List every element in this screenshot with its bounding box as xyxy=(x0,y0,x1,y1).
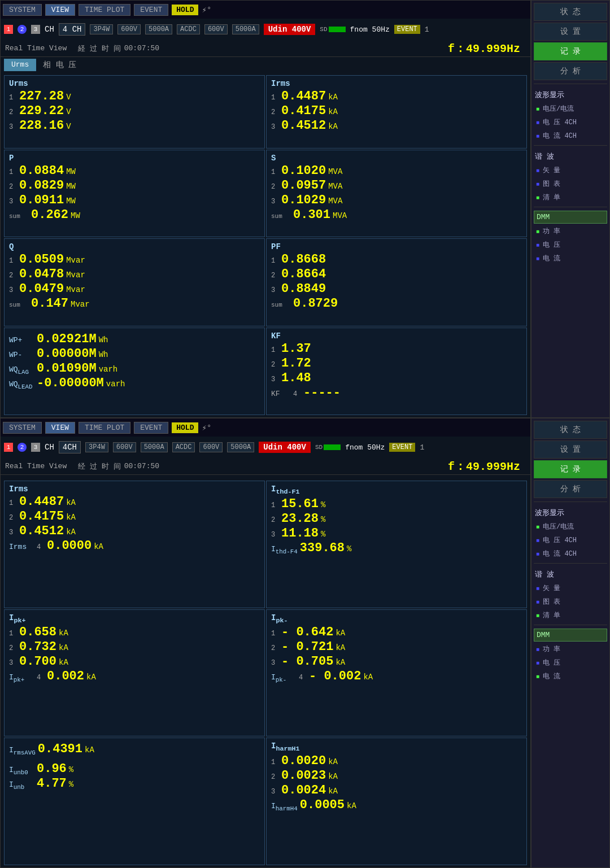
status-row: Real Time View 経 过 时 间 00:07:50 f：49.999… xyxy=(1,40,530,57)
kf-val-4: ----- xyxy=(303,386,341,400)
s-val-2: 0.0957 xyxy=(281,178,326,193)
wave-sub2-top[interactable]: 电 压 4CH xyxy=(534,116,607,128)
bottom-spec-600v-2: 600V xyxy=(199,442,223,452)
bottom-tab-system[interactable]: SYSTEM xyxy=(3,422,42,434)
bottom-dmm-title: DMM xyxy=(534,629,607,642)
bottom-wave-sub1[interactable]: 电压/电流 xyxy=(534,521,607,533)
ipkm-idx-4: 4 xyxy=(299,674,307,682)
iharm-label: IharmH1 xyxy=(271,741,522,753)
bottom-tab-timeplot[interactable]: TIME PLOT xyxy=(79,422,130,434)
bottom-ch2-badge: 2 xyxy=(18,443,27,452)
harmonic-sub1-top[interactable]: 矢 量 xyxy=(534,164,607,176)
q-label: Q xyxy=(9,242,260,251)
tab-timeplot[interactable]: TIME PLOT xyxy=(79,4,130,16)
tab-view[interactable]: VIEW xyxy=(45,4,75,16)
pf-row-3: 3 0.8849 xyxy=(271,282,522,296)
s-unit-sum: MVA xyxy=(333,211,347,220)
ithd-row-1: 1 15.61 % xyxy=(271,497,522,511)
ipkp-row-4: Ipk+ 4 0.002 kA xyxy=(9,669,260,683)
ipkp-row-2: 2 0.732 kA xyxy=(9,640,260,654)
dmm-sub3-top[interactable]: 电 流 xyxy=(534,252,607,264)
bottom-ch-label: CH xyxy=(45,443,54,452)
q-idx-3: 3 xyxy=(9,286,17,294)
sidebar-btn-status-top[interactable]: 状 态 xyxy=(534,3,607,21)
p-unit-1: MW xyxy=(66,167,76,176)
bottom-harmonic-sub1[interactable]: 矢 量 xyxy=(534,582,607,594)
sidebar-btn-settings-bottom[interactable]: 设 置 xyxy=(534,440,607,459)
event-badge: EVENT xyxy=(394,25,420,34)
iharm-row-2: 2 0.0023 kA xyxy=(271,769,522,783)
ipkm-unit-4: kA xyxy=(363,673,373,682)
bottom-irms-val-1: 0.4487 xyxy=(19,495,64,509)
ipkm-idx-2: 2 xyxy=(271,644,279,652)
bottom-dmm-sub3[interactable]: 电 流 xyxy=(534,670,607,682)
ch2-badge: 2 xyxy=(18,25,27,34)
bottom-irms-label-4: Irms xyxy=(9,543,34,551)
bottom-irms-unit-1: kA xyxy=(66,498,76,507)
ipkm-unit-2: kA xyxy=(336,643,345,652)
urms-tab[interactable]: Urms xyxy=(4,59,36,71)
pf-idx-2: 2 xyxy=(271,272,279,280)
ipkp-val-1: 0.658 xyxy=(19,625,56,639)
irms-unit-3: kA xyxy=(328,122,338,131)
iharm-unit-4: kA xyxy=(347,801,356,810)
bottom-irms-row-2: 2 0.4175 kA xyxy=(9,509,260,524)
top-panel: SYSTEM VIEW TIME PLOT EVENT HOLD ⚡° 1 2 … xyxy=(0,0,610,418)
data-grid-top: Urms 1 227.28 V 2 229.22 V 3 228.16 V xyxy=(1,73,530,417)
bottom-irms-idx-4: 4 xyxy=(37,543,45,551)
bottom-wave-sub2[interactable]: 电 压 4CH xyxy=(534,534,607,546)
wqlead-val: -0.00000M xyxy=(37,376,104,390)
bottom-nav-bar: SYSTEM VIEW TIME PLOT EVENT HOLD ⚡° xyxy=(1,418,530,437)
bottom-tab-event[interactable]: EVENT xyxy=(134,422,168,434)
sidebar-btn-record-top[interactable]: 记 录 xyxy=(534,42,607,60)
harmonic-sub2-top[interactable]: 图 表 xyxy=(534,178,607,190)
sidebar-btn-status-bottom[interactable]: 状 态 xyxy=(534,421,607,439)
harmonic-sub3-top[interactable]: 清 单 xyxy=(534,191,607,203)
tab-event[interactable]: EVENT xyxy=(134,4,168,16)
wp-plus-label: WP+ xyxy=(9,336,34,344)
iharm-idx-1: 1 xyxy=(271,758,279,766)
sidebar-btn-record-bottom[interactable]: 记 录 xyxy=(534,460,607,478)
ch1-badge: 1 xyxy=(4,25,13,34)
signal-icon: ⚡° xyxy=(202,5,211,15)
data-grid-bottom: Irms 1 0.4487 kA 2 0.4175 kA 3 0.4512 kA xyxy=(1,478,530,867)
q-unit-3: Mvar xyxy=(66,285,85,294)
sidebar-btn-settings-top[interactable]: 设 置 xyxy=(534,23,607,41)
bottom-harmonic-sub2[interactable]: 图 表 xyxy=(534,596,607,608)
bottom-tab-view[interactable]: VIEW xyxy=(45,422,75,434)
ithd-label: Ithd-F1 xyxy=(271,485,522,496)
kf-row-2: 2 1.72 xyxy=(271,356,522,370)
ipkp-idx-3: 3 xyxy=(9,659,17,667)
bottom-irms-val-3: 0.4512 xyxy=(19,524,64,538)
s-unit-1: MVA xyxy=(328,167,342,176)
irms-row-2: 2 0.4175 kA xyxy=(271,104,522,118)
q-row-1: 1 0.0509 Mvar xyxy=(9,252,260,267)
bottom-fnom-box: fnom 50Hz xyxy=(345,443,385,452)
ithd-val-1: 15.61 xyxy=(281,497,319,511)
bottom-wave-sub3[interactable]: 电 流 4CH xyxy=(534,548,607,560)
bottom-dmm-sub1[interactable]: 功 率 xyxy=(534,643,607,655)
wp-plus-val: 0.02921M xyxy=(37,332,97,346)
sidebar-btn-analysis-bottom[interactable]: 分 析 xyxy=(534,480,607,498)
wave-sub1-top[interactable]: 电压/电流 xyxy=(534,103,607,115)
ipkm-cell: Ipk- 1 - 0.642 kA 2 - 0.721 kA 3 - 0.705… xyxy=(266,609,527,737)
p-val-2: 0.0829 xyxy=(19,178,64,193)
bottom-dmm-sub2[interactable]: 电 压 xyxy=(534,657,607,669)
wave-sub3-top[interactable]: 电 流 4CH xyxy=(534,130,607,142)
bottom-harmonic-sub3[interactable]: 清 单 xyxy=(534,609,607,621)
dmm-sub2-top[interactable]: 电 压 xyxy=(534,239,607,251)
spec-5000a: 5000A xyxy=(145,24,172,34)
ipkp-cell: Ipk+ 1 0.658 kA 2 0.732 kA 3 0.700 kA xyxy=(4,609,265,737)
s-unit-3: MVA xyxy=(328,197,342,206)
kf-val-2: 1.72 xyxy=(281,356,311,370)
bottom-freq-value: f：49.999Hz xyxy=(448,459,520,474)
ch4-num: 4 xyxy=(63,25,67,34)
p-row-2: 2 0.0829 MW xyxy=(9,178,260,193)
ipkp-idx-2: 2 xyxy=(9,644,17,652)
tab-system[interactable]: SYSTEM xyxy=(3,4,42,16)
q-unit-2: Mvar xyxy=(66,271,85,280)
dmm-sub1-top[interactable]: 功 率 xyxy=(534,225,607,237)
irms-cell: Irms 1 0.4487 kA 2 0.4175 kA 3 0.4512 kA xyxy=(266,75,527,149)
sidebar-btn-analysis-top[interactable]: 分 析 xyxy=(534,62,607,80)
iunb-unit: % xyxy=(69,780,73,789)
